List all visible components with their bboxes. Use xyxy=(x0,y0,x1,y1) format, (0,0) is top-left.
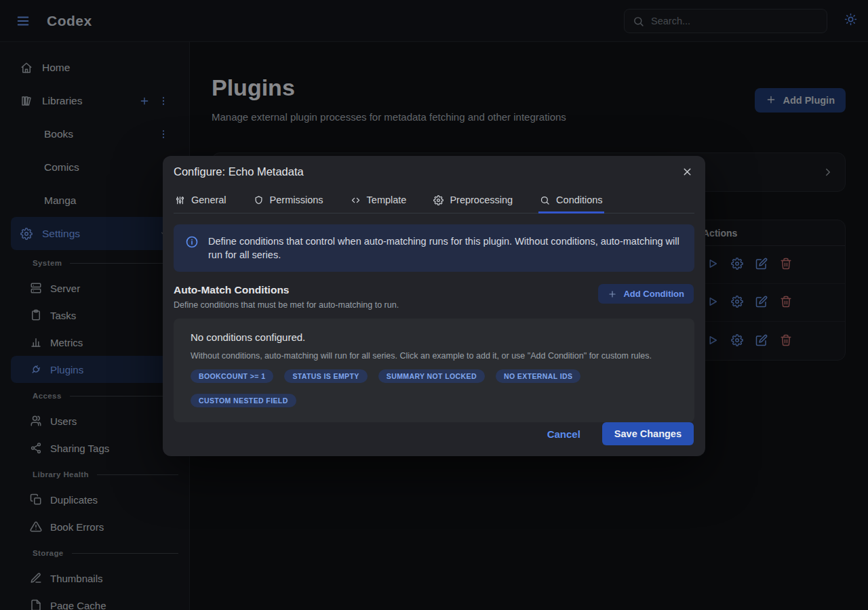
tab-label: Template xyxy=(367,195,407,205)
sliders-icon xyxy=(175,195,185,205)
tab-label: General xyxy=(191,195,226,205)
auto-match-conditions-heading: Auto-Match Conditions xyxy=(174,284,399,296)
tab-label: Conditions xyxy=(556,195,603,205)
plus-icon xyxy=(608,289,617,299)
example-chip-status-is-empty[interactable]: STATUS IS EMPTY xyxy=(284,369,367,383)
shield-icon xyxy=(254,195,264,205)
example-chip-bookcount-1[interactable]: BOOKCOUNT >= 1 xyxy=(191,369,273,383)
tab-conditions[interactable]: Conditions xyxy=(538,190,604,214)
tab-preprocessing[interactable]: Preprocessing xyxy=(432,190,514,214)
modal-header: Configure: Echo Metadata xyxy=(163,156,705,188)
example-chip-summary-not-locked[interactable]: SUMMARY NOT LOCKED xyxy=(378,369,485,383)
auto-match-conditions-subtext: Define conditions that must be met for a… xyxy=(174,300,399,310)
conditions-info-banner: Define conditions that control when auto… xyxy=(174,224,694,272)
tab-permissions[interactable]: Permissions xyxy=(252,190,325,214)
gear-icon xyxy=(433,195,443,205)
cancel-button[interactable]: Cancel xyxy=(547,428,580,440)
close-icon[interactable] xyxy=(680,165,694,179)
modal-tab-bar: GeneralPermissionsTemplatePreprocessingC… xyxy=(174,190,694,214)
code-icon xyxy=(351,195,361,205)
add-condition-button[interactable]: Add Condition xyxy=(598,284,694,304)
tab-label: Permissions xyxy=(270,195,323,205)
modal-footer: Cancel Save Changes xyxy=(163,422,705,456)
tab-general[interactable]: General xyxy=(174,190,228,214)
example-chip-no-external-ids[interactable]: NO EXTERNAL IDS xyxy=(496,369,580,383)
example-chip-custom-nested-field[interactable]: CUSTOM NESTED FIELD xyxy=(191,394,296,407)
save-changes-button[interactable]: Save Changes xyxy=(602,422,694,445)
info-text: Define conditions that control when auto… xyxy=(208,235,683,262)
empty-state-title: No conditions configured. xyxy=(191,331,677,343)
search-icon xyxy=(540,195,550,205)
example-condition-chips: BOOKCOUNT >= 1STATUS IS EMPTYSUMMARY NOT… xyxy=(191,369,677,407)
empty-state-description: Without conditions, auto-matching will r… xyxy=(191,351,677,361)
tab-label: Preprocessing xyxy=(450,195,513,205)
modal-title: Configure: Echo Metadata xyxy=(174,165,680,178)
empty-conditions-box: No conditions configured. Without condit… xyxy=(174,319,694,422)
info-icon xyxy=(185,235,199,262)
tab-template[interactable]: Template xyxy=(349,190,408,214)
configure-plugin-modal: Configure: Echo Metadata GeneralPermissi… xyxy=(163,156,705,456)
